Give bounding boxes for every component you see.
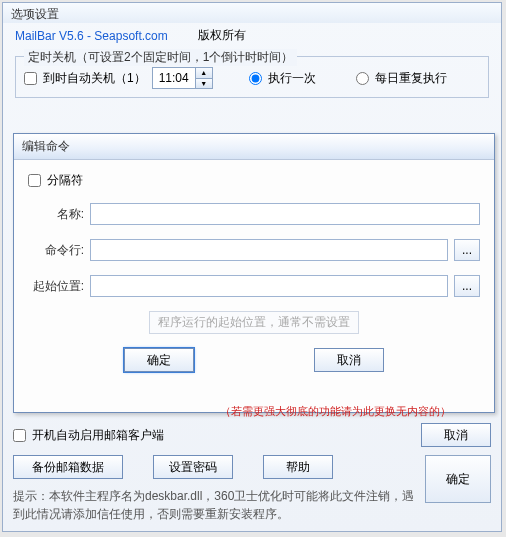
time-down-button[interactable]: ▼ (196, 78, 212, 88)
time-up-button[interactable]: ▲ (196, 68, 212, 78)
red-note: （若需更强大彻底的功能请为此更换无内容的） (13, 404, 491, 419)
options-window: 选项设置 MailBar V5.6 - Seapsoft.com 版权所有 定时… (2, 2, 502, 532)
start-browse-button[interactable]: ... (454, 275, 480, 297)
footer-hint: 提示：本软件主程序名为deskbar.dll，360卫士优化时可能将此文件注销，… (13, 487, 417, 523)
window-title: 选项设置 (3, 3, 501, 23)
start-position-hint: 程序运行的起始位置，通常不需设置 (149, 311, 359, 334)
name-input[interactable] (90, 203, 480, 225)
set-password-button[interactable]: 设置密码 (153, 455, 233, 479)
copyright-label: 版权所有 (198, 27, 246, 44)
shutdown-groupbox: 定时关机（可设置2个固定时间，1个倒计时时间） 到时自动关机（1） ▲ ▼ 执行… (15, 56, 489, 98)
shutdown-legend: 定时关机（可设置2个固定时间，1个倒计时时间） (24, 49, 297, 66)
radio-daily[interactable]: 每日重复执行 (356, 70, 447, 87)
delimiter-checkbox[interactable]: 分隔符 (28, 172, 480, 189)
start-position-label: 起始位置: (28, 278, 84, 295)
bottom-ok-button[interactable]: 确定 (425, 455, 491, 503)
command-input[interactable] (90, 239, 448, 261)
backup-button[interactable]: 备份邮箱数据 (13, 455, 123, 479)
header-row: MailBar V5.6 - Seapsoft.com 版权所有 (3, 23, 501, 52)
time-spinner[interactable]: ▲ ▼ (152, 67, 213, 89)
auto-shutdown-label: 到时自动关机（1） (43, 70, 146, 87)
radio-daily-label: 每日重复执行 (375, 70, 447, 87)
name-label: 名称: (28, 206, 84, 223)
help-button[interactable]: 帮助 (263, 455, 333, 479)
radio-once[interactable]: 执行一次 (249, 70, 316, 87)
edit-command-dialog: 编辑命令 分隔符 名称: 命令行: ... 起始位置: ... 程序运行的起始位… (13, 133, 495, 413)
dialog-title: 编辑命令 (14, 134, 494, 160)
command-browse-button[interactable]: ... (454, 239, 480, 261)
product-link[interactable]: MailBar V5.6 - Seapsoft.com (15, 29, 168, 43)
command-label: 命令行: (28, 242, 84, 259)
time-input[interactable] (153, 68, 195, 88)
dialog-ok-button[interactable]: 确定 (124, 348, 194, 372)
start-position-input[interactable] (90, 275, 448, 297)
dialog-cancel-button[interactable]: 取消 (314, 348, 384, 372)
auto-start-label: 开机自动启用邮箱客户端 (32, 427, 164, 444)
auto-start-checkbox[interactable]: 开机自动启用邮箱客户端 (13, 427, 421, 444)
bottom-cancel-button[interactable]: 取消 (421, 423, 491, 447)
auto-shutdown-checkbox[interactable]: 到时自动关机（1） (24, 70, 146, 87)
delimiter-label: 分隔符 (47, 172, 83, 189)
bottom-panel: （若需更强大彻底的功能请为此更换无内容的） 开机自动启用邮箱客户端 取消 备份邮… (13, 404, 491, 523)
radio-once-label: 执行一次 (268, 70, 316, 87)
